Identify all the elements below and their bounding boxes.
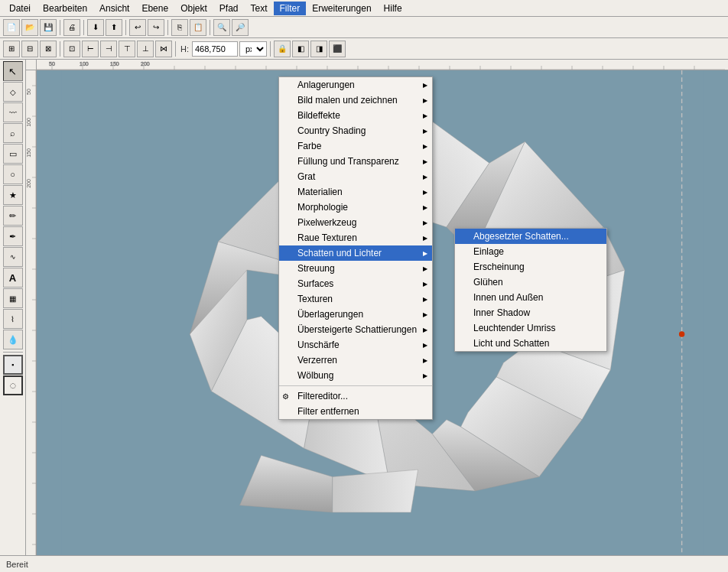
menu-leuchtend[interactable]: Leuchtender Umriss xyxy=(455,320,606,336)
menu-einlage[interactable]: Einlage xyxy=(455,244,606,259)
arrow-icon: ▶ xyxy=(423,143,427,150)
menu-licht[interactable]: Licht und Schatten xyxy=(455,336,606,351)
tb-copy[interactable]: ⎘ xyxy=(171,19,188,36)
tb-align2[interactable]: ⊢ xyxy=(82,41,99,57)
tweak-tool[interactable]: 〰 xyxy=(3,102,23,122)
select-tool[interactable]: ↖ xyxy=(3,61,23,81)
menu-erscheinung[interactable]: Erscheinung xyxy=(455,259,606,275)
menu-filtereditor[interactable]: ⚙ Filtereditor... xyxy=(279,388,432,404)
h-unit[interactable]: px xyxy=(239,41,267,57)
menu-pfad[interactable]: Pfad xyxy=(213,2,245,15)
menu-objekt[interactable]: Objekt xyxy=(174,2,213,15)
menu-anlagerungen[interactable]: Anlagerungen ▶ xyxy=(279,77,432,93)
menu-erweiterungen[interactable]: Erweiterungen xyxy=(306,2,377,15)
arrow-icon: ▶ xyxy=(423,327,427,333)
menu-ansicht[interactable]: Ansicht xyxy=(93,2,135,15)
tb-print[interactable]: 🖨 xyxy=(63,19,80,36)
pen-tool[interactable]: ✒ xyxy=(3,226,23,246)
tb-save[interactable]: 💾 xyxy=(40,19,57,36)
tb-paste[interactable]: 📋 xyxy=(190,19,206,36)
menu-datei[interactable]: Datei xyxy=(3,2,37,15)
tb-redo[interactable]: ↪ xyxy=(148,19,164,36)
tb-import[interactable]: ⬇ xyxy=(87,19,104,36)
arrow-icon: ▶ xyxy=(423,250,427,257)
arrow-icon: ▶ xyxy=(423,82,427,89)
tb-align3[interactable]: ⊣ xyxy=(100,41,117,57)
node-tool[interactable]: ◇ xyxy=(3,82,23,102)
menu-country[interactable]: Country Shading ▶ xyxy=(279,123,432,138)
tb-snap2[interactable]: ⊟ xyxy=(21,41,38,57)
menu-innen[interactable]: Innen und Außen xyxy=(455,290,606,305)
fill-color[interactable]: ▪ xyxy=(3,355,23,375)
tb-obj2[interactable]: ◨ xyxy=(310,41,327,57)
menu-materialien[interactable]: Materialien ▶ xyxy=(279,184,432,200)
gradient-tool[interactable]: ▦ xyxy=(3,288,23,308)
menu-farbe[interactable]: Farbe ▶ xyxy=(279,138,432,154)
sep2 xyxy=(83,20,84,35)
menu-schatten[interactable]: Schatten und Lichter ▶ xyxy=(279,245,432,261)
menu-wolbung[interactable]: Wölbung ▶ xyxy=(279,368,432,383)
menu-raue[interactable]: Raue Texturen ▶ xyxy=(279,230,432,245)
menu-ebene[interactable]: Ebene xyxy=(135,2,174,15)
menu-grat[interactable]: Grat ▶ xyxy=(279,169,432,184)
dropper-tool[interactable]: 💧 xyxy=(3,330,23,349)
stroke-color[interactable]: ◌ xyxy=(3,375,23,395)
tb-zoomout[interactable]: 🔎 xyxy=(232,19,249,36)
menu-bildeffekte[interactable]: Bildeffekte ▶ xyxy=(279,108,432,123)
tb-open[interactable]: 📂 xyxy=(21,19,38,36)
menu-morphologie[interactable]: Morphologie ▶ xyxy=(279,200,432,215)
text-tool[interactable]: A xyxy=(3,268,23,288)
svg-text:200: 200 xyxy=(26,179,31,188)
menu-hilfe[interactable]: Hilfe xyxy=(378,2,408,15)
menu-abgesetzter[interactable]: Abgesetzter Schatten... xyxy=(455,229,606,244)
h-label: H: xyxy=(179,44,190,54)
connector-tool[interactable]: ⌇ xyxy=(3,309,23,329)
zoom-tool[interactable]: ⌕ xyxy=(3,123,23,143)
menu-inner-shadow[interactable]: Inner Shadow xyxy=(455,305,606,320)
arrow-icon: ▶ xyxy=(423,281,427,288)
arrow-icon: ▶ xyxy=(423,296,427,303)
tb-new[interactable]: 📄 xyxy=(3,19,20,36)
menu-unscharfe[interactable]: Unschärfe ▶ xyxy=(279,337,432,353)
arrow-icon: ▶ xyxy=(423,112,427,119)
circle-tool[interactable]: ○ xyxy=(3,164,23,184)
star-tool[interactable]: ★ xyxy=(3,185,23,205)
menu-text[interactable]: Text xyxy=(245,2,274,15)
tb-align1[interactable]: ⊡ xyxy=(63,41,80,57)
callig-tool[interactable]: ∿ xyxy=(3,247,23,267)
tb-zoomin[interactable]: 🔍 xyxy=(213,19,230,36)
menu-streuung[interactable]: Streuung ▶ xyxy=(279,261,432,276)
pencil-tool[interactable]: ✏ xyxy=(3,206,23,226)
menu-texturen[interactable]: Texturen ▶ xyxy=(279,291,432,307)
arrow-icon: ▶ xyxy=(423,174,427,180)
tb-snap3[interactable]: ⊠ xyxy=(40,41,57,57)
menu-bild[interactable]: Bild malen und zeichnen ▶ xyxy=(279,93,432,108)
menu-fuelling[interactable]: Füllung und Transparenz ▶ xyxy=(279,154,432,169)
tb-snap1[interactable]: ⊞ xyxy=(3,41,20,57)
tb-align5[interactable]: ⊥ xyxy=(137,41,154,57)
menu-gluehen[interactable]: Glühen xyxy=(455,275,606,290)
tb-align6[interactable]: ⋈ xyxy=(155,41,172,57)
rect-tool[interactable]: ▭ xyxy=(3,144,23,164)
svg-point-52 xyxy=(679,331,684,336)
h-input[interactable] xyxy=(192,41,238,57)
sep7 xyxy=(175,41,176,57)
menu-surfaces[interactable]: Surfaces ▶ xyxy=(279,276,432,291)
menu-ueberstieg[interactable]: Übersteigerte Schattierungen ▶ xyxy=(279,322,432,337)
tb-align4[interactable]: ⊤ xyxy=(119,41,135,57)
toolbar-snap: ⊞ ⊟ ⊠ ⊡ ⊢ ⊣ ⊤ ⊥ ⋈ H: px 🔒 ◧ ◨ ⬛ xyxy=(0,38,728,60)
menu-filter-remove[interactable]: Filter entfernen xyxy=(279,404,432,419)
tb-obj3[interactable]: ⬛ xyxy=(329,41,346,57)
tb-obj1[interactable]: ◧ xyxy=(292,41,309,57)
tb-lock[interactable]: 🔒 xyxy=(274,41,291,57)
svg-text:150: 150 xyxy=(26,148,31,158)
menu-bearbeiten[interactable]: Bearbeiten xyxy=(37,2,93,15)
sep8 xyxy=(270,41,271,57)
menu-pixel[interactable]: Pixelwerkzeug ▶ xyxy=(279,215,432,230)
toolbox: ↖ ◇ 〰 ⌕ ▭ ○ ★ ✏ ✒ ∿ A ▦ ⌇ 💧 ▪ ◌ xyxy=(0,60,26,555)
menu-verzerren[interactable]: Verzerren ▶ xyxy=(279,353,432,368)
tb-undo[interactable]: ↩ xyxy=(129,19,146,36)
menu-ueberlagerungen[interactable]: Überlagerungen ▶ xyxy=(279,307,432,322)
tb-export[interactable]: ⬆ xyxy=(106,19,122,36)
menu-filter[interactable]: Filter xyxy=(274,2,307,15)
